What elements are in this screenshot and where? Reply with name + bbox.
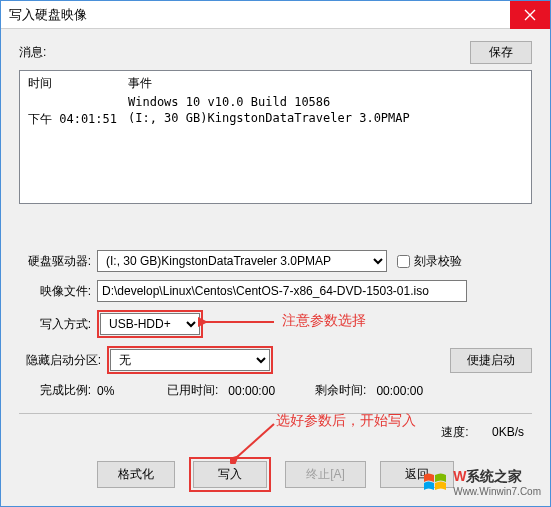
annotation-text: 选好参数后，开始写入 (276, 412, 416, 430)
annotation-text: 注意参数选择 (282, 312, 366, 330)
write-method-select[interactable]: USB-HDD+ (100, 313, 200, 335)
abort-button: 终止[A] (285, 461, 366, 488)
window-title: 写入硬盘映像 (1, 6, 87, 24)
method-label: 写入方式: (19, 316, 97, 333)
log-row: 下午 04:01:51 (I:, 30 GB)KingstonDataTrave… (20, 110, 531, 129)
titlebar: 写入硬盘映像 (1, 1, 550, 29)
elapsed-label: 已用时间: (167, 382, 218, 399)
quick-boot-button[interactable]: 便捷启动 (450, 348, 532, 373)
drive-select[interactable]: (I:, 30 GB)KingstonDataTraveler 3.0PMAP (97, 250, 387, 272)
elapsed-value: 00:00:00 (228, 384, 275, 398)
speed-label: 速度: (441, 425, 468, 439)
windows-flag-icon (421, 469, 449, 497)
brand-logo: W系统之家 Www.Winwin7.Com (421, 468, 541, 497)
remain-label: 剩余时间: (315, 382, 366, 399)
drive-label: 硬盘驱动器: (19, 253, 97, 270)
message-label: 消息: (19, 44, 46, 61)
log-col-time: 时间 (28, 75, 128, 92)
progress-label: 完成比例: (19, 382, 97, 399)
speed-value: 0KB/s (492, 425, 524, 439)
log-box: 时间 事件 Windows 10 v10.0 Build 10586 下午 04… (19, 70, 532, 204)
log-row: Windows 10 v10.0 Build 10586 (20, 94, 531, 110)
hide-partition-select[interactable]: 无 (110, 349, 270, 371)
verify-checkbox[interactable]: 刻录校验 (397, 253, 462, 270)
write-button[interactable]: 写入 (193, 461, 267, 488)
image-label: 映像文件: (19, 283, 97, 300)
remain-value: 00:00:00 (376, 384, 423, 398)
image-input[interactable] (97, 280, 467, 302)
format-button[interactable]: 格式化 (97, 461, 175, 488)
log-col-event: 事件 (128, 75, 523, 92)
close-button[interactable] (510, 1, 550, 29)
save-button[interactable]: 保存 (470, 41, 532, 64)
hide-label: 隐藏启动分区: (19, 352, 107, 369)
progress-percent: 0% (97, 384, 137, 398)
verify-checkbox-input[interactable] (397, 255, 410, 268)
